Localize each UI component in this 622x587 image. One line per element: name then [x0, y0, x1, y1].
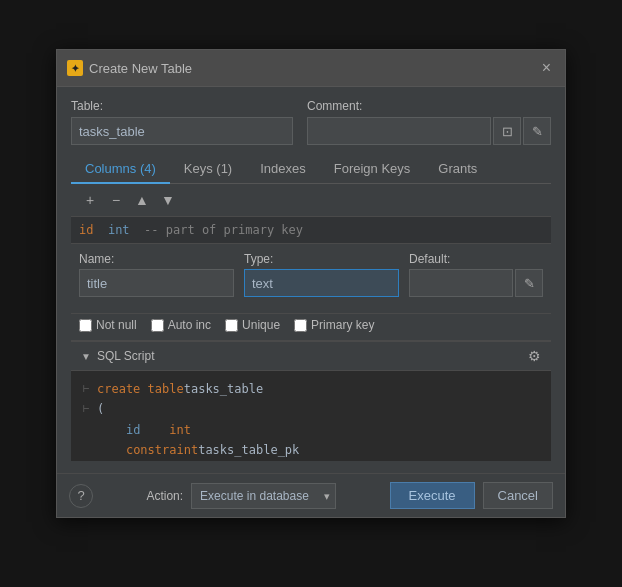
comment-note-button[interactable]: ✎	[523, 117, 551, 145]
add-column-button[interactable]: +	[79, 189, 101, 211]
sql-line-4: constraint tasks_table_pk	[83, 440, 539, 460]
field-type-label: Type:	[244, 252, 399, 266]
form-row-top: Table: Comment: ⊡ ✎	[71, 99, 551, 145]
tab-indexes[interactable]: Indexes	[246, 155, 320, 184]
field-type-input[interactable]	[244, 269, 399, 297]
column-comment-display: -- part of primary key	[137, 223, 303, 237]
field-name-input[interactable]	[79, 269, 234, 297]
auto-inc-checkbox[interactable]	[151, 319, 164, 332]
columns-content-area: + − ▲ ▼ id int -- part of primary key Na…	[71, 184, 551, 341]
sql-header[interactable]: ▼ SQL Script ⚙	[71, 342, 551, 371]
action-select-wrapper: Execute in database Generate SQL script	[191, 483, 336, 509]
field-editor: Name: Type: Default: ✎	[71, 244, 551, 314]
action-select[interactable]: Execute in database Generate SQL script	[191, 483, 336, 509]
action-label: Action:	[146, 489, 183, 503]
checkboxes-row: Not null Auto inc Unique Primary key	[71, 314, 551, 341]
sql-section-title: SQL Script	[97, 349, 155, 363]
comment-group: Comment: ⊡ ✎	[307, 99, 551, 145]
column-name-display: id	[79, 223, 93, 237]
move-up-button[interactable]: ▲	[131, 189, 153, 211]
dialog-body: Table: Comment: ⊡ ✎ Columns (4) Keys (1)	[57, 87, 565, 473]
table-label: Table:	[71, 99, 293, 113]
comment-input[interactable]	[307, 117, 491, 145]
default-input-row: ✎	[409, 269, 543, 297]
tabs-bar: Columns (4) Keys (1) Indexes Foreign Key…	[71, 155, 551, 184]
close-button[interactable]: ×	[538, 58, 555, 78]
primary-key-label: Primary key	[311, 318, 374, 332]
tab-foreign-keys[interactable]: Foreign Keys	[320, 155, 425, 184]
table-name-input[interactable]	[71, 117, 293, 145]
execute-button[interactable]: Execute	[390, 482, 475, 509]
not-null-label: Not null	[96, 318, 137, 332]
comment-input-row: ⊡ ✎	[307, 117, 551, 145]
column-type-display: int	[101, 223, 130, 237]
help-button[interactable]: ?	[69, 484, 93, 508]
tab-grants[interactable]: Grants	[424, 155, 491, 184]
field-row-inputs: Name: Type: Default: ✎	[79, 252, 543, 297]
comment-expand-button[interactable]: ⊡	[493, 117, 521, 145]
sql-header-left: ▼ SQL Script	[81, 349, 154, 363]
unique-checkbox[interactable]	[225, 319, 238, 332]
field-default-label: Default:	[409, 252, 543, 266]
field-default-group: Default: ✎	[409, 252, 543, 297]
action-select-row: Action: Execute in database Generate SQL…	[146, 483, 336, 509]
create-table-dialog: ✦ Create New Table × Table: Comment: ⊡ ✎	[56, 49, 566, 518]
dialog-titlebar: ✦ Create New Table ×	[57, 50, 565, 87]
dialog-buttons: Execute Cancel	[390, 482, 553, 509]
sql-line-3: id int	[83, 420, 539, 440]
cancel-button[interactable]: Cancel	[483, 482, 553, 509]
sql-line-2: ⊢ (	[83, 399, 539, 419]
action-row: ?	[69, 484, 93, 508]
bottom-bar: ? Action: Execute in database Generate S…	[57, 473, 565, 517]
sql-line-1: ⊢ create table tasks_table	[83, 379, 539, 399]
field-name-label: Name:	[79, 252, 234, 266]
titlebar-left: ✦ Create New Table	[67, 60, 192, 76]
auto-inc-group: Auto inc	[151, 318, 211, 332]
remove-column-button[interactable]: −	[105, 189, 127, 211]
primary-key-checkbox[interactable]	[294, 319, 307, 332]
dialog-title: Create New Table	[89, 61, 192, 76]
sql-settings-icon[interactable]: ⚙	[528, 348, 541, 364]
field-name-group: Name:	[79, 252, 234, 297]
sql-section: ▼ SQL Script ⚙ ⊢ create table tasks_tabl…	[71, 341, 551, 461]
unique-label: Unique	[242, 318, 280, 332]
field-type-group: Type:	[244, 252, 399, 297]
column-toolbar: + − ▲ ▼	[71, 184, 551, 217]
tab-columns[interactable]: Columns (4)	[71, 155, 170, 184]
move-down-button[interactable]: ▼	[157, 189, 179, 211]
not-null-checkbox[interactable]	[79, 319, 92, 332]
unique-group: Unique	[225, 318, 280, 332]
table-name-group: Table:	[71, 99, 293, 145]
comment-label: Comment:	[307, 99, 551, 113]
sql-code-block: ⊢ create table tasks_table ⊢ ( id int co…	[71, 371, 551, 461]
sql-toggle-icon: ▼	[81, 351, 91, 362]
tab-keys[interactable]: Keys (1)	[170, 155, 246, 184]
field-default-input[interactable]	[409, 269, 513, 297]
primary-key-group: Primary key	[294, 318, 374, 332]
app-icon: ✦	[67, 60, 83, 76]
not-null-group: Not null	[79, 318, 137, 332]
auto-inc-label: Auto inc	[168, 318, 211, 332]
column-info-row: id int -- part of primary key	[71, 217, 551, 244]
default-expand-button[interactable]: ✎	[515, 269, 543, 297]
